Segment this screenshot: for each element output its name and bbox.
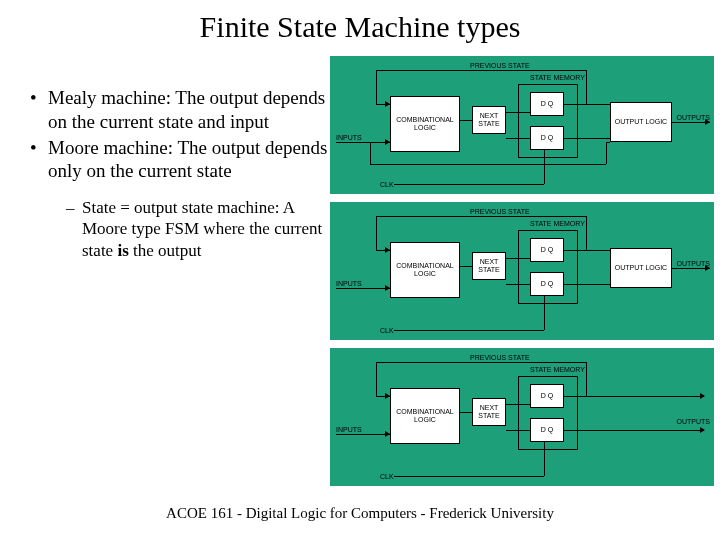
sub-state-output: State = output state machine: A Moore ty…: [48, 197, 330, 261]
label-inputs: INPUTS: [336, 426, 362, 433]
label-clk: CLK: [380, 327, 394, 334]
block-combinational-logic: COMBINATIONAL LOGIC: [390, 96, 460, 152]
block-register-2: D Q: [530, 126, 564, 150]
label-inputs: INPUTS: [336, 134, 362, 141]
bullet-moore: Moore machine: The output depends only o…: [30, 136, 330, 261]
block-register-2: D Q: [530, 418, 564, 442]
bullet-moore-text: Moore machine: The output depends only o…: [48, 137, 327, 182]
sub-bold: is: [117, 241, 128, 260]
block-register-2: D Q: [530, 272, 564, 296]
text-column: Mealy machine: The output depends on the…: [0, 56, 330, 494]
block-register-1: D Q: [530, 92, 564, 116]
diagram-column: PREVIOUS STATE STATE MEMORY INPUTS OUTPU…: [330, 56, 720, 494]
slide-footer: ACOE 161 - Digital Logic for Computers -…: [0, 505, 720, 522]
label-state-memory: STATE MEMORY: [530, 74, 585, 81]
label-state-memory: STATE MEMORY: [530, 366, 585, 373]
bullet-mealy: Mealy machine: The output depends on the…: [30, 86, 330, 134]
state-output-diagram: PREVIOUS STATE STATE MEMORY INPUTS OUTPU…: [330, 348, 714, 486]
label-previous-state: PREVIOUS STATE: [470, 208, 530, 215]
label-state-memory: STATE MEMORY: [530, 220, 585, 227]
block-combinational-logic: COMBINATIONAL LOGIC: [390, 242, 460, 298]
label-previous-state: PREVIOUS STATE: [470, 62, 530, 69]
bullet-list: Mealy machine: The output depends on the…: [30, 86, 330, 261]
block-register-1: D Q: [530, 238, 564, 262]
block-combinational-logic: COMBINATIONAL LOGIC: [390, 388, 460, 444]
label-outputs: OUTPUTS: [677, 418, 710, 425]
sub-post: the output: [129, 241, 202, 260]
block-next-state: NEXT STATE: [472, 398, 506, 426]
label-previous-state: PREVIOUS STATE: [470, 354, 530, 361]
mealy-diagram: PREVIOUS STATE STATE MEMORY INPUTS OUTPU…: [330, 56, 714, 194]
block-output-logic: OUTPUT LOGIC: [610, 248, 672, 288]
slide: Finite State Machine types Mealy machine…: [0, 0, 720, 540]
label-inputs: INPUTS: [336, 280, 362, 287]
block-next-state: NEXT STATE: [472, 252, 506, 280]
block-output-logic: OUTPUT LOGIC: [610, 102, 672, 142]
label-clk: CLK: [380, 473, 394, 480]
content-columns: Mealy machine: The output depends on the…: [0, 56, 720, 494]
label-clk: CLK: [380, 181, 394, 188]
block-next-state: NEXT STATE: [472, 106, 506, 134]
sub-list: State = output state machine: A Moore ty…: [48, 197, 330, 261]
moore-diagram: PREVIOUS STATE STATE MEMORY INPUTS OUTPU…: [330, 202, 714, 340]
block-register-1: D Q: [530, 384, 564, 408]
slide-title: Finite State Machine types: [0, 0, 720, 44]
